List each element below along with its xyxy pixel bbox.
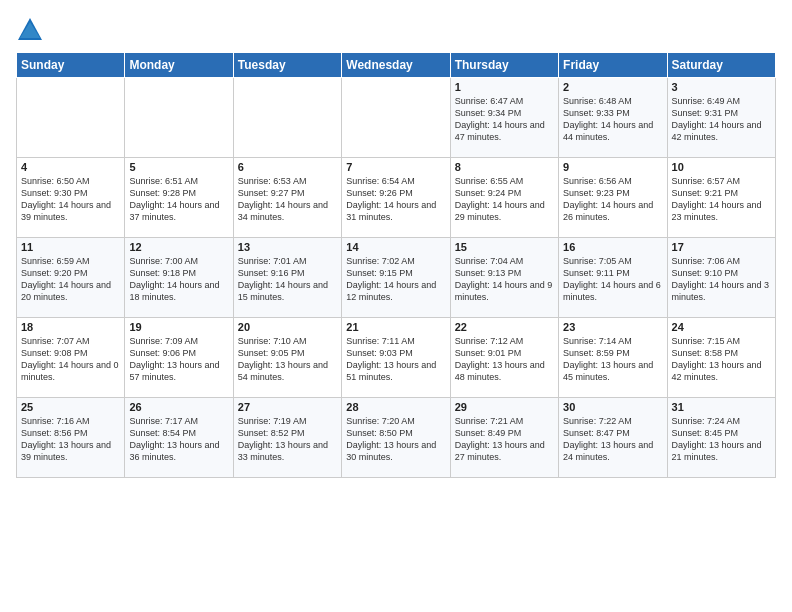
day-info: Sunrise: 6:48 AM Sunset: 9:33 PM Dayligh… bbox=[563, 95, 662, 144]
calendar-cell: 31Sunrise: 7:24 AM Sunset: 8:45 PM Dayli… bbox=[667, 398, 775, 478]
day-info: Sunrise: 6:47 AM Sunset: 9:34 PM Dayligh… bbox=[455, 95, 554, 144]
day-info: Sunrise: 6:49 AM Sunset: 9:31 PM Dayligh… bbox=[672, 95, 771, 144]
calendar-week-2: 11Sunrise: 6:59 AM Sunset: 9:20 PM Dayli… bbox=[17, 238, 776, 318]
calendar-cell: 25Sunrise: 7:16 AM Sunset: 8:56 PM Dayli… bbox=[17, 398, 125, 478]
calendar-week-4: 25Sunrise: 7:16 AM Sunset: 8:56 PM Dayli… bbox=[17, 398, 776, 478]
day-number: 24 bbox=[672, 321, 771, 333]
day-number: 12 bbox=[129, 241, 228, 253]
day-number: 31 bbox=[672, 401, 771, 413]
weekday-header-saturday: Saturday bbox=[667, 53, 775, 78]
calendar-cell: 3Sunrise: 6:49 AM Sunset: 9:31 PM Daylig… bbox=[667, 78, 775, 158]
day-info: Sunrise: 6:50 AM Sunset: 9:30 PM Dayligh… bbox=[21, 175, 120, 224]
weekday-header-thursday: Thursday bbox=[450, 53, 558, 78]
day-info: Sunrise: 7:24 AM Sunset: 8:45 PM Dayligh… bbox=[672, 415, 771, 464]
day-number: 21 bbox=[346, 321, 445, 333]
calendar-cell: 20Sunrise: 7:10 AM Sunset: 9:05 PM Dayli… bbox=[233, 318, 341, 398]
day-number: 19 bbox=[129, 321, 228, 333]
calendar-cell: 26Sunrise: 7:17 AM Sunset: 8:54 PM Dayli… bbox=[125, 398, 233, 478]
calendar-cell: 23Sunrise: 7:14 AM Sunset: 8:59 PM Dayli… bbox=[559, 318, 667, 398]
calendar-cell bbox=[125, 78, 233, 158]
calendar-week-1: 4Sunrise: 6:50 AM Sunset: 9:30 PM Daylig… bbox=[17, 158, 776, 238]
day-info: Sunrise: 7:19 AM Sunset: 8:52 PM Dayligh… bbox=[238, 415, 337, 464]
day-number: 3 bbox=[672, 81, 771, 93]
day-info: Sunrise: 7:06 AM Sunset: 9:10 PM Dayligh… bbox=[672, 255, 771, 304]
calendar-cell: 4Sunrise: 6:50 AM Sunset: 9:30 PM Daylig… bbox=[17, 158, 125, 238]
day-number: 11 bbox=[21, 241, 120, 253]
calendar-cell: 16Sunrise: 7:05 AM Sunset: 9:11 PM Dayli… bbox=[559, 238, 667, 318]
calendar-header: SundayMondayTuesdayWednesdayThursdayFrid… bbox=[17, 53, 776, 78]
day-info: Sunrise: 7:07 AM Sunset: 9:08 PM Dayligh… bbox=[21, 335, 120, 384]
day-number: 26 bbox=[129, 401, 228, 413]
day-info: Sunrise: 6:55 AM Sunset: 9:24 PM Dayligh… bbox=[455, 175, 554, 224]
calendar-cell: 17Sunrise: 7:06 AM Sunset: 9:10 PM Dayli… bbox=[667, 238, 775, 318]
day-info: Sunrise: 7:16 AM Sunset: 8:56 PM Dayligh… bbox=[21, 415, 120, 464]
weekday-header-sunday: Sunday bbox=[17, 53, 125, 78]
calendar-cell: 21Sunrise: 7:11 AM Sunset: 9:03 PM Dayli… bbox=[342, 318, 450, 398]
day-number: 29 bbox=[455, 401, 554, 413]
day-info: Sunrise: 6:57 AM Sunset: 9:21 PM Dayligh… bbox=[672, 175, 771, 224]
logo-icon bbox=[16, 16, 44, 44]
day-number: 7 bbox=[346, 161, 445, 173]
day-info: Sunrise: 6:56 AM Sunset: 9:23 PM Dayligh… bbox=[563, 175, 662, 224]
calendar-cell: 28Sunrise: 7:20 AM Sunset: 8:50 PM Dayli… bbox=[342, 398, 450, 478]
day-number: 15 bbox=[455, 241, 554, 253]
day-number: 22 bbox=[455, 321, 554, 333]
day-number: 28 bbox=[346, 401, 445, 413]
day-info: Sunrise: 7:02 AM Sunset: 9:15 PM Dayligh… bbox=[346, 255, 445, 304]
calendar-cell: 12Sunrise: 7:00 AM Sunset: 9:18 PM Dayli… bbox=[125, 238, 233, 318]
calendar-cell: 1Sunrise: 6:47 AM Sunset: 9:34 PM Daylig… bbox=[450, 78, 558, 158]
page-header bbox=[16, 16, 776, 44]
day-info: Sunrise: 6:51 AM Sunset: 9:28 PM Dayligh… bbox=[129, 175, 228, 224]
day-info: Sunrise: 7:17 AM Sunset: 8:54 PM Dayligh… bbox=[129, 415, 228, 464]
weekday-header-monday: Monday bbox=[125, 53, 233, 78]
logo bbox=[16, 16, 48, 44]
calendar-cell: 30Sunrise: 7:22 AM Sunset: 8:47 PM Dayli… bbox=[559, 398, 667, 478]
svg-marker-1 bbox=[20, 22, 40, 38]
day-info: Sunrise: 7:22 AM Sunset: 8:47 PM Dayligh… bbox=[563, 415, 662, 464]
calendar-cell: 9Sunrise: 6:56 AM Sunset: 9:23 PM Daylig… bbox=[559, 158, 667, 238]
day-info: Sunrise: 7:10 AM Sunset: 9:05 PM Dayligh… bbox=[238, 335, 337, 384]
day-number: 5 bbox=[129, 161, 228, 173]
day-number: 4 bbox=[21, 161, 120, 173]
day-info: Sunrise: 7:00 AM Sunset: 9:18 PM Dayligh… bbox=[129, 255, 228, 304]
calendar-cell: 29Sunrise: 7:21 AM Sunset: 8:49 PM Dayli… bbox=[450, 398, 558, 478]
day-number: 27 bbox=[238, 401, 337, 413]
calendar-cell: 11Sunrise: 6:59 AM Sunset: 9:20 PM Dayli… bbox=[17, 238, 125, 318]
day-number: 20 bbox=[238, 321, 337, 333]
calendar-cell: 6Sunrise: 6:53 AM Sunset: 9:27 PM Daylig… bbox=[233, 158, 341, 238]
calendar-cell: 19Sunrise: 7:09 AM Sunset: 9:06 PM Dayli… bbox=[125, 318, 233, 398]
day-number: 1 bbox=[455, 81, 554, 93]
calendar-cell: 7Sunrise: 6:54 AM Sunset: 9:26 PM Daylig… bbox=[342, 158, 450, 238]
calendar-cell: 5Sunrise: 6:51 AM Sunset: 9:28 PM Daylig… bbox=[125, 158, 233, 238]
day-info: Sunrise: 6:53 AM Sunset: 9:27 PM Dayligh… bbox=[238, 175, 337, 224]
day-number: 14 bbox=[346, 241, 445, 253]
calendar-week-0: 1Sunrise: 6:47 AM Sunset: 9:34 PM Daylig… bbox=[17, 78, 776, 158]
day-number: 16 bbox=[563, 241, 662, 253]
calendar-table: SundayMondayTuesdayWednesdayThursdayFrid… bbox=[16, 52, 776, 478]
calendar-cell: 13Sunrise: 7:01 AM Sunset: 9:16 PM Dayli… bbox=[233, 238, 341, 318]
day-info: Sunrise: 7:21 AM Sunset: 8:49 PM Dayligh… bbox=[455, 415, 554, 464]
calendar-cell: 27Sunrise: 7:19 AM Sunset: 8:52 PM Dayli… bbox=[233, 398, 341, 478]
calendar-cell: 14Sunrise: 7:02 AM Sunset: 9:15 PM Dayli… bbox=[342, 238, 450, 318]
day-number: 23 bbox=[563, 321, 662, 333]
day-info: Sunrise: 7:11 AM Sunset: 9:03 PM Dayligh… bbox=[346, 335, 445, 384]
day-info: Sunrise: 7:15 AM Sunset: 8:58 PM Dayligh… bbox=[672, 335, 771, 384]
day-info: Sunrise: 6:54 AM Sunset: 9:26 PM Dayligh… bbox=[346, 175, 445, 224]
day-info: Sunrise: 7:09 AM Sunset: 9:06 PM Dayligh… bbox=[129, 335, 228, 384]
day-info: Sunrise: 7:12 AM Sunset: 9:01 PM Dayligh… bbox=[455, 335, 554, 384]
weekday-header-friday: Friday bbox=[559, 53, 667, 78]
day-number: 25 bbox=[21, 401, 120, 413]
day-number: 6 bbox=[238, 161, 337, 173]
calendar-cell bbox=[342, 78, 450, 158]
day-info: Sunrise: 7:05 AM Sunset: 9:11 PM Dayligh… bbox=[563, 255, 662, 304]
weekday-header-row: SundayMondayTuesdayWednesdayThursdayFrid… bbox=[17, 53, 776, 78]
day-info: Sunrise: 7:01 AM Sunset: 9:16 PM Dayligh… bbox=[238, 255, 337, 304]
day-number: 2 bbox=[563, 81, 662, 93]
day-number: 30 bbox=[563, 401, 662, 413]
day-info: Sunrise: 6:59 AM Sunset: 9:20 PM Dayligh… bbox=[21, 255, 120, 304]
day-info: Sunrise: 7:14 AM Sunset: 8:59 PM Dayligh… bbox=[563, 335, 662, 384]
weekday-header-tuesday: Tuesday bbox=[233, 53, 341, 78]
day-info: Sunrise: 7:20 AM Sunset: 8:50 PM Dayligh… bbox=[346, 415, 445, 464]
day-number: 8 bbox=[455, 161, 554, 173]
calendar-cell: 15Sunrise: 7:04 AM Sunset: 9:13 PM Dayli… bbox=[450, 238, 558, 318]
